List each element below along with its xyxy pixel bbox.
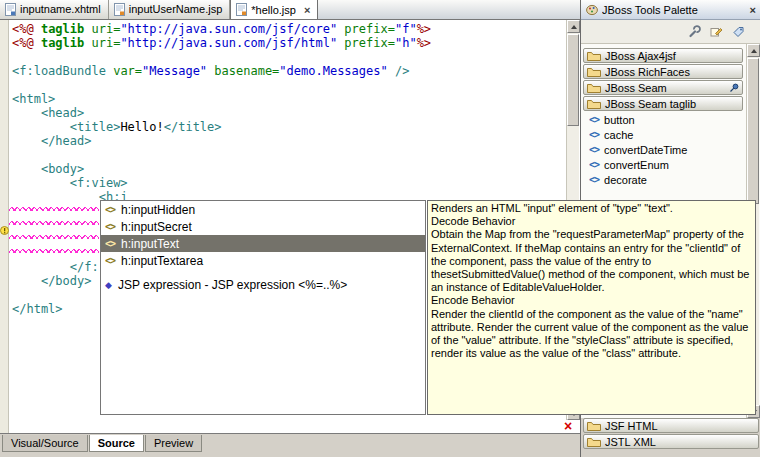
palette-item-label: cache: [604, 129, 633, 141]
palette-title: JBoss Tools Palette: [602, 4, 746, 16]
tag-icon: <>: [105, 255, 115, 266]
doc-paragraph: Decode Behavior: [431, 215, 752, 228]
palette-group-richfaces[interactable]: JBoss RichFaces: [583, 64, 743, 79]
doc-paragraph: Obtain the Map from the "requestParamete…: [431, 228, 752, 294]
tab-inputname-xhtml[interactable]: inputname.xhtml: [0, 0, 109, 19]
error-indicator-icon: ×: [564, 418, 572, 434]
tab-label: inputUserName.jsp: [129, 3, 223, 15]
error-squiggle: [9, 207, 99, 211]
tag-icon: <>: [589, 144, 599, 155]
palette-group-label: JBoss Ajax4jsf: [605, 50, 676, 62]
palette-titlebar: JBoss Tools Palette ×: [581, 0, 760, 20]
tab-label: inputname.xhtml: [20, 3, 101, 15]
completion-item[interactable]: <> h:inputTextarea: [101, 252, 425, 269]
palette-group-label: JSTL XML: [605, 436, 656, 448]
palette-group-label: JBoss RichFaces: [605, 66, 690, 78]
folder-icon: [587, 50, 601, 61]
import-icon[interactable]: [729, 23, 747, 41]
tab-visual-source[interactable]: Visual/Source: [2, 435, 88, 452]
palette-item-convertdatetime[interactable]: <> convertDateTime: [581, 142, 760, 157]
tab-label: Source: [98, 437, 135, 449]
scrollbar-thumb[interactable]: [747, 58, 759, 204]
palette-item-label: button: [604, 114, 635, 126]
palette-icon: [586, 4, 598, 16]
jsp-expression-icon: ◆: [105, 280, 112, 290]
completion-popup: <> h:inputHidden <> h:inputSecret <> h:i…: [100, 200, 426, 415]
tag-icon: <>: [589, 129, 599, 140]
editor-tabbar: inputname.xhtml inputUserName.jsp *hello…: [0, 0, 580, 20]
tab-preview[interactable]: Preview: [145, 435, 202, 452]
folder-icon: [587, 98, 601, 109]
completion-item[interactable]: ◆ JSP expression - JSP expression <%=..%…: [101, 276, 425, 293]
palette-group-jsf-html[interactable]: JSF HTML: [583, 418, 759, 433]
show-hide-icon[interactable]: [707, 23, 725, 41]
editor-mode-tabs: Visual/Source Source Preview: [0, 433, 580, 457]
palette-item-cache[interactable]: <> cache: [581, 127, 760, 142]
jsp-file-icon: [236, 3, 247, 16]
folder-icon: [587, 66, 601, 77]
jsp-file-icon: [114, 3, 125, 16]
tab-inputusername-jsp[interactable]: inputUserName.jsp: [109, 0, 231, 19]
completion-item-selected[interactable]: <> h:inputText: [101, 235, 425, 252]
palette-item-convertenum[interactable]: <> convertEnum: [581, 157, 760, 172]
folder-icon: [587, 420, 601, 431]
palette-toolbar: [581, 20, 760, 44]
tab-label: *hello.jsp: [251, 4, 296, 16]
error-squiggle: [9, 235, 99, 239]
palette-group-seam-taglib[interactable]: JBoss Seam taglib: [583, 96, 743, 111]
tag-icon: <>: [105, 221, 115, 232]
palette-item-button[interactable]: <> button: [581, 112, 760, 127]
error-squiggle: [9, 221, 99, 225]
ide-window: inputname.xhtml inputUserName.jsp *hello…: [0, 0, 760, 457]
palette-item-label: convertDateTime: [604, 144, 687, 156]
annotation-ruler: [0, 20, 9, 433]
close-icon[interactable]: ×: [304, 4, 310, 16]
scroll-up-icon[interactable]: [747, 44, 760, 57]
palette-bottom-groups: JSF HTML JSTL XML: [581, 418, 760, 450]
completion-label: h:inputText: [121, 237, 179, 251]
palette-group-ajax4jsf[interactable]: JBoss Ajax4jsf: [583, 48, 743, 63]
doc-paragraph: Renders an HTML "input" element of "type…: [431, 202, 752, 215]
doc-paragraph: Encode Behavior: [431, 294, 752, 307]
error-squiggle: [9, 249, 99, 253]
tag-icon: <>: [589, 114, 599, 125]
palette-group-label: JBoss Seam: [605, 82, 667, 94]
folder-icon: [587, 436, 601, 447]
pin-icon[interactable]: [729, 83, 739, 93]
tag-icon: <>: [105, 204, 115, 215]
doc-paragraph: Render the clientId of the component as …: [431, 308, 752, 361]
tab-label: Preview: [154, 437, 193, 449]
warning-marker-icon: [0, 226, 9, 235]
palette-group-label: JBoss Seam taglib: [605, 98, 696, 110]
completion-label: JSP expression - JSP expression <%=..%>: [118, 278, 347, 292]
scrollbar-thumb[interactable]: [567, 34, 579, 126]
tab-hello-jsp[interactable]: *hello.jsp ×: [230, 0, 318, 19]
tag-icon: <>: [589, 174, 599, 185]
tag-icon: <>: [589, 159, 599, 170]
tab-label: Visual/Source: [11, 437, 79, 449]
palette-item-decorate[interactable]: <> decorate: [581, 172, 760, 187]
palette-editor-icon[interactable]: [685, 23, 703, 41]
tag-icon: <>: [105, 238, 115, 249]
xhtml-file-icon: [5, 3, 16, 16]
close-icon[interactable]: ×: [750, 4, 756, 16]
palette-group-jstl-xml[interactable]: JSTL XML: [583, 434, 759, 449]
palette-item-label: convertEnum: [604, 159, 669, 171]
completion-label: h:inputHidden: [121, 203, 195, 217]
palette-item-label: decorate: [604, 174, 647, 186]
palette-group-label: JSF HTML: [605, 420, 658, 432]
doc-tooltip: Renders an HTML "input" element of "type…: [427, 200, 756, 415]
completion-label: h:inputSecret: [121, 220, 192, 234]
folder-icon: [587, 82, 601, 93]
tab-source[interactable]: Source: [89, 435, 144, 452]
completion-item[interactable]: <> h:inputSecret: [101, 218, 425, 235]
completion-label: h:inputTextarea: [121, 254, 203, 268]
palette-group-seam[interactable]: JBoss Seam: [583, 80, 743, 95]
completion-item[interactable]: <> h:inputHidden: [101, 201, 425, 218]
scroll-up-icon[interactable]: [567, 20, 580, 33]
